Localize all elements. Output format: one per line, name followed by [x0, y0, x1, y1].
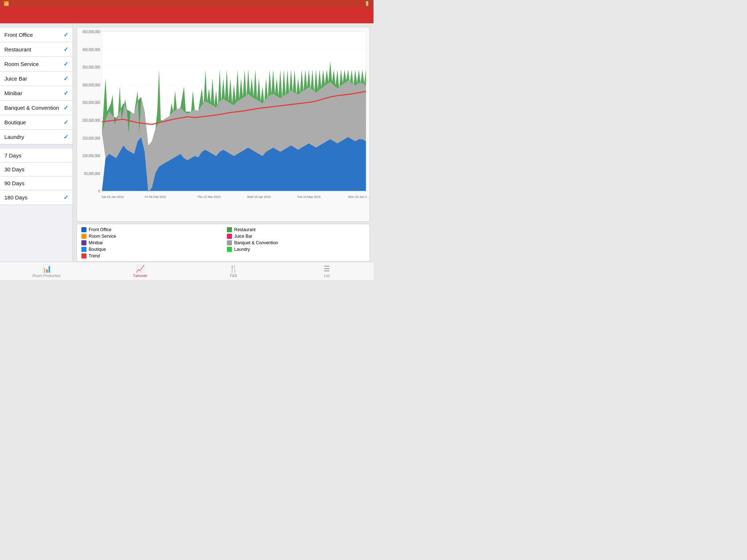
checkmark-icon: ✓ — [63, 90, 68, 97]
checkmark-icon: ✓ — [63, 61, 68, 67]
legend-color-box — [81, 247, 86, 252]
legend-item: Boutique — [81, 247, 220, 252]
svg-text:350,000,000: 350,000,000 — [82, 65, 100, 70]
svg-text:Mon 22 Jun 2...: Mon 22 Jun 2... — [348, 195, 369, 199]
tab-list[interactable]: ☰ List — [280, 262, 374, 280]
svg-text:0: 0 — [98, 189, 100, 194]
svg-text:100,000,000: 100,000,000 — [82, 153, 100, 158]
svg-text:50,000,000: 50,000,000 — [84, 171, 100, 176]
chart-area: 450,000,000 400,000,000 350,000,000 300,… — [73, 23, 374, 262]
battery-icon: 🔋 — [364, 1, 370, 6]
department-label: Restaurant — [4, 46, 31, 52]
tab-label: F&B — [230, 274, 237, 278]
tab-room-production[interactable]: 📊 Room Production — [0, 262, 93, 280]
svg-text:400,000,000: 400,000,000 — [82, 47, 100, 52]
chart-legend: Front Office Restaurant Room Service Jui… — [77, 224, 370, 262]
legend-color-box — [81, 240, 86, 245]
department-label: Banquet & Convention — [4, 105, 59, 111]
svg-text:Wed 15 Apr 2015: Wed 15 Apr 2015 — [247, 195, 271, 199]
timerange-label: 30 Days — [4, 166, 24, 172]
tab-icon-list: ☰ — [324, 264, 330, 273]
timerange-item-90-days[interactable]: 90 Days — [0, 176, 73, 190]
timerange-item-180-days[interactable]: 180 Days ✓ — [0, 190, 73, 205]
legend-item: Banquet & Convention — [227, 240, 365, 245]
legend-color-box — [227, 240, 232, 245]
department-item-laundry[interactable]: Laundry ✓ — [0, 130, 73, 144]
legend-color-box — [227, 247, 232, 252]
svg-text:250,000,000: 250,000,000 — [82, 101, 100, 105]
legend-label: Banquet & Convention — [234, 240, 278, 245]
tab-bar: 📊 Room Production📈 Turnover🍴 F&B☰ List — [0, 262, 374, 280]
legend-label: Restaurant — [234, 227, 256, 232]
tab-fnb[interactable]: 🍴 F&B — [187, 262, 280, 280]
department-item-room-service[interactable]: Room Service ✓ — [0, 57, 73, 71]
department-label: Juice Bar — [4, 75, 27, 82]
chart-svg: 450,000,000 400,000,000 350,000,000 300,… — [77, 27, 369, 221]
legend-label: Boutique — [89, 247, 106, 252]
legend-item: Trend — [81, 253, 220, 258]
tab-icon-fnb: 🍴 — [229, 264, 238, 273]
svg-text:Tue 19 May 2015: Tue 19 May 2015 — [297, 195, 321, 199]
timerange-label: 90 Days — [4, 180, 24, 186]
legend-label: Minibar — [89, 240, 103, 245]
status-bar: 📶 🔋 — [0, 0, 374, 7]
time-range-section-label — [0, 144, 73, 149]
department-section-label — [0, 23, 73, 28]
department-label: Front Office — [4, 32, 33, 38]
checkmark-icon: ✓ — [63, 194, 68, 201]
svg-text:200,000,000: 200,000,000 — [82, 118, 100, 122]
legend-item: Juice Bar — [227, 234, 365, 239]
legend-color-box — [81, 234, 86, 239]
department-label: Minibar — [4, 90, 22, 96]
department-item-boutique[interactable]: Boutique ✓ — [0, 115, 73, 130]
legend-item: Laundry — [227, 247, 365, 252]
timerange-item-30-days[interactable]: 30 Days — [0, 163, 73, 176]
timerange-item-7-days[interactable]: 7 Days — [0, 149, 73, 163]
svg-text:Fri 06 Feb 2015: Fri 06 Feb 2015 — [145, 195, 166, 199]
svg-text:450,000,000: 450,000,000 — [82, 30, 100, 34]
legend-item: Restaurant — [227, 227, 365, 232]
legend-color-box — [81, 227, 86, 232]
tab-label: Room Production — [32, 274, 61, 278]
checkmark-icon: ✓ — [63, 31, 68, 38]
wifi-icon: 📶 — [4, 1, 9, 6]
chart-container: 450,000,000 400,000,000 350,000,000 300,… — [77, 27, 370, 222]
legend-color-box — [81, 253, 86, 258]
checkmark-icon: ✓ — [63, 104, 68, 111]
main-content: Front Office ✓Restaurant ✓Room Service ✓… — [0, 23, 374, 262]
tab-icon-room-production: 📊 — [42, 264, 51, 273]
legend-item: Front Office — [81, 227, 220, 232]
tab-turnover[interactable]: 📈 Turnover — [93, 262, 187, 280]
status-left: 📶 — [4, 1, 9, 6]
legend-item: Room Service — [81, 234, 220, 239]
legend-label: Juice Bar — [234, 234, 252, 239]
department-label: Room Service — [4, 61, 39, 67]
timerange-label: 7 Days — [4, 152, 22, 159]
tab-icon-turnover: 📈 — [136, 264, 145, 273]
tab-label: List — [324, 274, 330, 278]
tab-label: Turnover — [133, 274, 147, 278]
status-right: 🔋 — [363, 1, 370, 6]
sidebar: Front Office ✓Restaurant ✓Room Service ✓… — [0, 23, 73, 262]
svg-text:150,000,000: 150,000,000 — [82, 136, 100, 140]
checkmark-icon: ✓ — [63, 119, 68, 126]
timerange-label: 180 Days — [4, 194, 27, 201]
department-item-front-office[interactable]: Front Office ✓ — [0, 28, 73, 42]
department-item-minibar[interactable]: Minibar ✓ — [0, 86, 73, 101]
checkmark-icon: ✓ — [63, 46, 68, 53]
legend-label: Room Service — [89, 234, 116, 239]
department-item-banquet-&-convention[interactable]: Banquet & Convention ✓ — [0, 101, 73, 115]
department-item-restaurant[interactable]: Restaurant ✓ — [0, 42, 73, 57]
department-item-juice-bar[interactable]: Juice Bar ✓ — [0, 71, 73, 86]
svg-text:Sat 03 Jan 2015: Sat 03 Jan 2015 — [102, 195, 124, 199]
legend-label: Laundry — [234, 247, 250, 252]
checkmark-icon: ✓ — [63, 133, 68, 140]
legend-color-box — [227, 227, 232, 232]
department-label: Laundry — [4, 134, 24, 140]
legend-item: Minibar — [81, 240, 220, 245]
svg-text:Thu 12 Mar 2015: Thu 12 Mar 2015 — [197, 195, 220, 199]
legend-color-box — [227, 234, 232, 239]
svg-text:300,000,000: 300,000,000 — [82, 83, 100, 87]
header — [0, 7, 374, 23]
checkmark-icon: ✓ — [63, 75, 68, 82]
